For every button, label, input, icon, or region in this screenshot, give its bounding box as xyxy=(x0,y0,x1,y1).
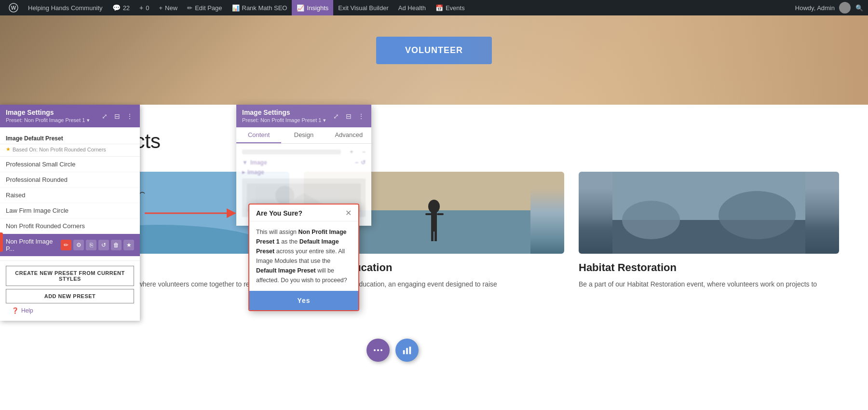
create-preset-button[interactable]: CREATE NEW PRESET FROM CURRENT STYLES xyxy=(6,266,134,286)
dialog-close-button[interactable]: ✕ xyxy=(345,209,352,217)
tab-design[interactable]: Design xyxy=(281,127,326,143)
edit-page-label: Edit Page xyxy=(195,4,222,12)
rpanel-minus-icon: − xyxy=(362,149,366,155)
dialog-bold3: Default Image Preset xyxy=(256,267,316,274)
svg-point-9 xyxy=(428,200,440,213)
ad-health-item[interactable]: Ad Health xyxy=(393,0,431,15)
preset-item-3[interactable]: Law Firm Image Circle xyxy=(0,203,140,219)
image-settings-panel-left: Image Settings Preset: Non Profit Image … xyxy=(0,105,140,321)
rpanel-image-label: ▼ Image − ↺ xyxy=(242,159,366,166)
tab-advanced[interactable]: Advanced xyxy=(326,127,371,143)
panel-window-icon[interactable]: ⊟ xyxy=(113,112,122,121)
dialog-msg2: as the xyxy=(280,238,299,245)
preset-delete-icon[interactable]: 🗑 xyxy=(111,240,122,250)
rpanel-placeholder-1 xyxy=(242,150,341,154)
svg-rect-29 xyxy=(403,350,405,354)
dialog-msg1: This will assign xyxy=(256,229,298,235)
left-panel-header: Image Settings Preset: Non Profit Image … xyxy=(0,105,140,127)
pencil-icon: ✏ xyxy=(187,4,192,12)
plus-icon: + xyxy=(159,4,163,12)
new-item[interactable]: + New xyxy=(154,0,183,15)
right-panel-expand-icon[interactable]: ⤢ xyxy=(332,112,340,121)
rank-math-item[interactable]: 📊 Rank Math SEO xyxy=(227,0,292,15)
dialog-body: This will assign Non Profit Image Preset… xyxy=(249,221,358,291)
svg-rect-14 xyxy=(434,232,437,241)
programs-title: Current Iojects xyxy=(29,130,839,152)
search-icon: 🔍 xyxy=(855,4,863,12)
star-icon: ★ xyxy=(6,146,11,152)
programs-label: PROGRAMS xyxy=(29,119,839,126)
confirm-dialog: Are You Sure? ✕ This will assign Non Pro… xyxy=(248,204,359,311)
preset-item-4[interactable]: Non Profit Rounded Corners xyxy=(0,219,140,234)
card-habitat-desc: Be a part of our Habitat Restoration eve… xyxy=(579,279,839,289)
bubble-menu-button[interactable] xyxy=(366,339,390,362)
comments-item[interactable]: 💬 22 xyxy=(108,0,135,15)
right-panel-title: Image Settings xyxy=(242,109,326,116)
right-panel-more-icon[interactable]: ⋮ xyxy=(357,112,366,121)
habitat-scene-svg xyxy=(579,172,839,254)
red-side-tab[interactable] xyxy=(0,232,3,252)
rpanel-reset-icon: ↺ xyxy=(361,159,366,166)
preset-item-2[interactable]: Raised xyxy=(0,188,140,203)
left-panel-subtitle: Preset: Non Profit Image Preset 1 ▾ xyxy=(6,117,90,123)
svg-point-27 xyxy=(377,349,379,351)
preset-item-active[interactable]: Non Profit Image P... ✏ ⚙ ⎘ ↺ 🗑 ★ xyxy=(0,234,140,257)
events-label: Events xyxy=(446,4,465,12)
rank-math-label: Rank Math SEO xyxy=(242,4,287,12)
new-label: New xyxy=(165,4,177,12)
dialog-header: Are You Sure? ✕ xyxy=(249,205,358,221)
left-panel-body: Image Default Preset ★ Based On: Non Pro… xyxy=(0,127,140,260)
hero-hands-image xyxy=(434,15,868,105)
preset-star-icon[interactable]: ★ xyxy=(123,240,134,250)
rank-math-icon: 📊 xyxy=(232,4,240,12)
preset-copy-icon[interactable]: ⎘ xyxy=(86,240,96,250)
preset-item-0[interactable]: Professional Small Circle xyxy=(0,157,140,172)
left-panel-footer: CREATE NEW PRESET FROM CURRENT STYLES AD… xyxy=(0,260,140,321)
active-preset-label: Non Profit Image P... xyxy=(6,238,61,252)
right-panel-header-icons: ⤢ ⊟ ⋮ xyxy=(332,112,366,121)
search-item[interactable]: 🔍 xyxy=(854,3,864,13)
preset-gear-icon[interactable]: ⚙ xyxy=(73,240,84,250)
insights-item[interactable]: 📈 Insights xyxy=(292,0,333,15)
speech-bubble-icon: 💬 xyxy=(112,4,121,12)
left-panel-title: Image Settings xyxy=(6,109,90,116)
svg-rect-19 xyxy=(612,172,805,220)
rpanel-row-1: + − xyxy=(242,149,366,155)
help-link[interactable]: ❓ Help xyxy=(6,303,134,316)
help-icon: ❓ xyxy=(12,307,19,314)
exit-visual-builder-label: Exit Visual Builder xyxy=(338,4,389,12)
active-preset-action-icons: ✏ ⚙ ⎘ ↺ 🗑 ★ xyxy=(61,240,134,250)
ad-health-label: Ad Health xyxy=(398,4,426,12)
edit-page-item[interactable]: ✏ Edit Page xyxy=(182,0,227,15)
right-panel-window-icon[interactable]: ⊟ xyxy=(344,112,353,121)
admin-bar: W Helping Hands Community 💬 22 + 0 + New… xyxy=(0,0,868,15)
card-habitat: Habitat Restoration Be a part of our Hab… xyxy=(579,172,839,289)
dialog-yes-button[interactable]: Yes xyxy=(249,291,358,310)
menu-dots-icon xyxy=(372,344,384,356)
bubble-stats-button[interactable] xyxy=(395,339,419,362)
notifications-item[interactable]: + 0 xyxy=(135,0,154,15)
left-panel-title-area: Image Settings Preset: Non Profit Image … xyxy=(6,109,90,123)
preset-edit-icon[interactable]: ✏ xyxy=(61,240,71,250)
add-preset-button[interactable]: ADD NEW PRESET xyxy=(6,289,134,303)
wp-logo-item[interactable]: W xyxy=(4,0,23,15)
left-panel-header-icons: ⤢ ⊟ ⋮ xyxy=(100,112,134,121)
site-name-item[interactable]: Helping Hands Community xyxy=(23,0,108,15)
rpanel-chevron-icon2: ▸ xyxy=(242,169,245,176)
howdy-item[interactable]: Howdy, Admin xyxy=(791,2,854,14)
tab-content[interactable]: Content xyxy=(236,127,281,143)
exit-visual-builder-item[interactable]: Exit Visual Builder xyxy=(333,0,393,15)
dialog-footer: Yes xyxy=(249,291,358,310)
wordpress-icon: W xyxy=(9,3,18,13)
panel-more-icon[interactable]: ⋮ xyxy=(125,112,134,121)
svg-rect-10 xyxy=(431,212,437,232)
admin-bar-right: Howdy, Admin 🔍 xyxy=(791,2,864,14)
events-item[interactable]: 📅 Events xyxy=(431,0,470,15)
preset-reset-icon[interactable]: ↺ xyxy=(98,240,109,250)
notification-icon: + xyxy=(139,4,143,12)
card-habitat-title: Habitat Restoration xyxy=(579,261,839,274)
svg-rect-31 xyxy=(409,347,411,355)
preset-default-header: Image Default Preset xyxy=(0,131,140,144)
preset-item-1[interactable]: Professional Rounded xyxy=(0,172,140,188)
panel-expand-icon[interactable]: ⤢ xyxy=(100,112,109,121)
